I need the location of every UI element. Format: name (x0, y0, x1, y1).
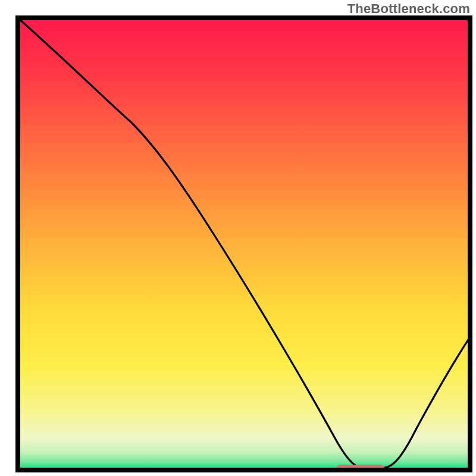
bottleneck-chart (0, 0, 476, 476)
plot-background (18, 18, 470, 470)
chart-container: TheBottleneck.com (0, 0, 476, 476)
